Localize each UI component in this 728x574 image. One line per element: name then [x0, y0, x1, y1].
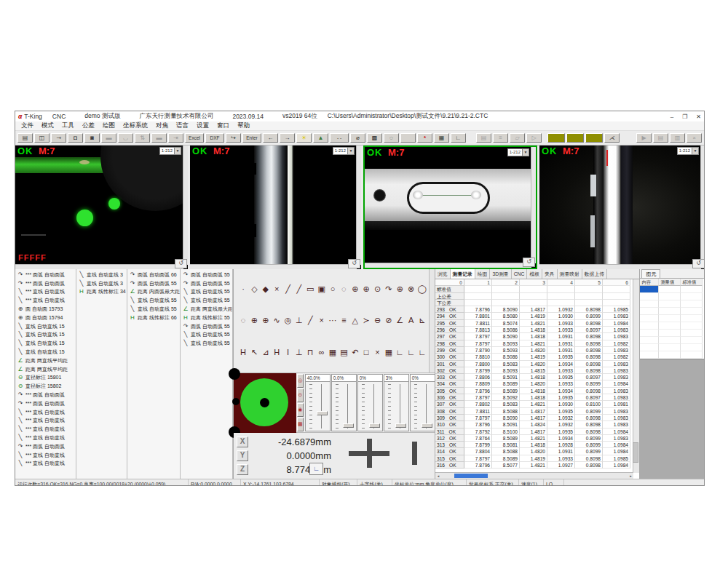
table-row[interactable]: 315OK7.87978.50891.48191.09330.80981.098…: [435, 455, 639, 462]
list-item[interactable]: ↷*** 圆弧 自动圆弧: [17, 271, 76, 279]
palette-tool-icon[interactable]: ∿: [272, 316, 282, 325]
enter-button[interactable]: Enter: [242, 133, 261, 143]
chevron-down-icon[interactable]: ▼: [174, 148, 181, 154]
cell[interactable]: 1.4820: [520, 361, 547, 367]
cell[interactable]: 1.4818: [520, 388, 547, 394]
pause-icon[interactable]: ‖: [585, 133, 603, 143]
elements-cell[interactable]: [659, 286, 681, 293]
light-slider[interactable]: 3%: [384, 374, 409, 431]
cell[interactable]: 1.4817: [520, 415, 547, 421]
close-doc-icon[interactable]: ×: [687, 133, 702, 143]
table-row[interactable]: 312OK7.87648.50891.48211.09340.80991.098…: [435, 435, 639, 442]
palette-tool-icon[interactable]: ≻: [361, 316, 371, 325]
table-row[interactable]: 302OK7.87998.50931.48151.09330.80981.098…: [435, 367, 639, 374]
cell[interactable]: 0.8100: [575, 401, 603, 407]
table-row[interactable]: 294OK7.88018.50801.48191.09300.80991.098…: [435, 313, 639, 319]
cell[interactable]: 8.5100: [492, 428, 520, 435]
cell[interactable]: 1.0984: [603, 448, 630, 455]
list-item[interactable]: ↷圆弧 自动圆弧 55: [182, 271, 232, 279]
palette-tool-icon[interactable]: ⊕: [361, 284, 371, 294]
list-item[interactable]: ╲*** 直线 自动直线: [17, 451, 76, 460]
cell[interactable]: 8.5080: [492, 313, 520, 319]
cell[interactable]: 8.5091: [492, 421, 520, 428]
cell[interactable]: 1.0931: [547, 347, 575, 354]
palette-tool-icon[interactable]: ⊖: [373, 316, 383, 325]
list-item[interactable]: ↷圆弧 自动圆弧 55: [182, 322, 232, 331]
arrow-left-icon[interactable]: ←: [263, 133, 278, 143]
table-row[interactable]: 308OK7.88118.50881.48171.09350.80991.098…: [435, 408, 639, 415]
cam3-vscrollbar[interactable]: [531, 147, 536, 263]
table-row[interactable]: 304OK7.88098.50891.48201.09330.80991.098…: [435, 380, 639, 387]
elements-cell[interactable]: [659, 344, 681, 351]
palette-tool-icon[interactable]: ⋯: [328, 316, 338, 325]
palette-tool-icon[interactable]: ⊕: [249, 316, 259, 325]
elements-cell[interactable]: [681, 330, 703, 337]
table-row[interactable]: 314OK7.88048.50881.48201.09310.80991.098…: [435, 448, 639, 455]
menu-item[interactable]: 窗口: [217, 121, 229, 130]
elements-cell[interactable]: [681, 293, 703, 300]
camera-view-1[interactable]: OK M:7 FFFFF 1-212▼ ↺: [15, 146, 188, 269]
z-jog-arrow[interactable]: [412, 442, 417, 465]
cell[interactable]: 8.5083: [492, 401, 520, 407]
elements-row[interactable]: [640, 330, 704, 337]
cell[interactable]: 1.4817: [520, 428, 547, 435]
cell[interactable]: 1.4821: [520, 462, 547, 469]
tab-绘图[interactable]: 绘图: [475, 269, 491, 279]
cell[interactable]: 1.0934: [547, 435, 575, 442]
cell[interactable]: [603, 286, 630, 292]
palette-tool-icon[interactable]: ↷: [384, 284, 394, 294]
light-ring-control[interactable]: [234, 373, 296, 433]
list-item[interactable]: ↷*** 圆弧 自动圆弧: [17, 279, 76, 288]
elements-cell[interactable]: [640, 286, 659, 293]
hammer-icon[interactable]: ⋌: [604, 133, 620, 143]
cell[interactable]: 1.0931: [547, 448, 575, 455]
cell[interactable]: 7.8799: [464, 367, 492, 374]
cam3-hscrollbar[interactable]: [365, 263, 531, 268]
cell[interactable]: 1.0930: [547, 401, 575, 407]
cell[interactable]: 1.4821: [520, 320, 547, 327]
lasso-icon[interactable]: ◌: [384, 133, 399, 143]
cell[interactable]: 0.8097: [575, 374, 603, 380]
elements-row[interactable]: [640, 300, 704, 308]
palette-tool-icon[interactable]: ∞: [317, 348, 327, 357]
cell[interactable]: 1.4815: [520, 367, 547, 374]
cell[interactable]: [464, 300, 492, 306]
cell[interactable]: 7.8804: [464, 448, 492, 455]
cell[interactable]: 1.4820: [520, 448, 547, 455]
cell[interactable]: 0.8098: [575, 455, 603, 462]
cell[interactable]: 1.4821: [520, 401, 547, 407]
camera-view-3-selected[interactable]: OK M:7 1-212▼ ↺: [363, 146, 537, 269]
cell[interactable]: [464, 286, 492, 292]
cell[interactable]: 8.5093: [492, 347, 520, 354]
tab-测量映射[interactable]: 测量映射: [558, 269, 582, 279]
elements-cell[interactable]: [640, 308, 659, 315]
print-icon[interactable]: ▥: [670, 133, 685, 143]
list-item[interactable]: ╲直线 自动直线 55: [182, 339, 232, 348]
shield-icon[interactable]: ◘: [68, 133, 83, 143]
light-slider[interactable]: 0.0%: [331, 374, 357, 431]
palette-tool-icon[interactable]: ◇: [249, 284, 259, 294]
menu-item[interactable]: 绘图: [103, 121, 115, 130]
palette-tool-icon[interactable]: ·: [238, 284, 248, 294]
table-row[interactable]: 上公差: [435, 293, 639, 300]
minus-minus-button[interactable]: - -: [330, 133, 349, 143]
cell[interactable]: 0.8098: [575, 388, 603, 394]
menu-item[interactable]: 公差: [82, 121, 95, 130]
elements-cell[interactable]: [659, 315, 681, 322]
cell[interactable]: 1.0933: [547, 320, 575, 327]
light-slider[interactable]: 40.0%: [305, 374, 331, 431]
table-row[interactable]: 310OK7.87968.50911.48241.09320.80981.098…: [435, 421, 639, 428]
elements-cell[interactable]: [681, 337, 703, 344]
list-item[interactable]: ╲直线 自动直线 55: [129, 305, 180, 314]
elements-cell[interactable]: [681, 308, 703, 315]
cam1-pan-icon[interactable]: ↺: [175, 259, 187, 268]
palette-tool-icon[interactable]: ⊿: [261, 348, 271, 357]
list-item[interactable]: ∠距离 两直线最大距: [182, 305, 232, 314]
cell[interactable]: 8.5092: [492, 394, 520, 401]
slider-thumb[interactable]: [343, 423, 354, 428]
cell[interactable]: 7.8800: [464, 361, 492, 367]
list-item[interactable]: ∠距离 内圆弧最大距: [129, 288, 180, 297]
cell[interactable]: 0.8098: [575, 428, 603, 435]
list-item[interactable]: ╲*** 直线 自动直线: [17, 460, 76, 469]
cell[interactable]: 0.8099: [575, 380, 603, 387]
